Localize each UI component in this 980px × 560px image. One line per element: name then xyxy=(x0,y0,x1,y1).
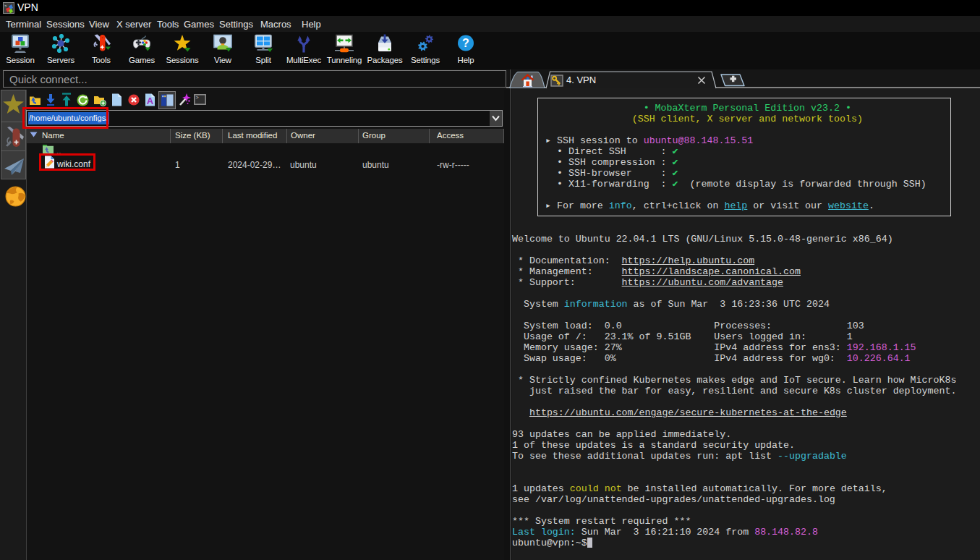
svg-text:>: > xyxy=(196,95,199,101)
svg-text:?: ? xyxy=(462,37,469,49)
svg-text:A: A xyxy=(147,96,154,106)
svg-text:>: > xyxy=(4,4,7,9)
